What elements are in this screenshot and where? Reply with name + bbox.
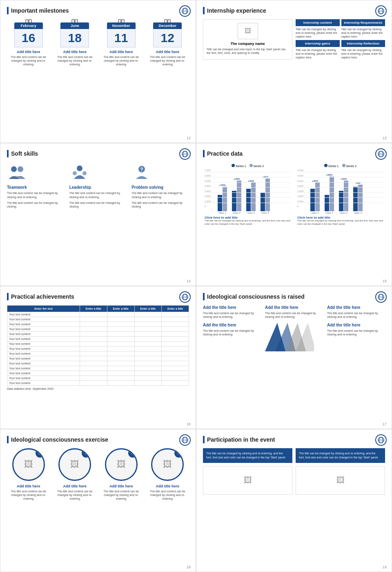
internship-title: Internship experience <box>203 7 385 14</box>
milestone-item-2: November 11 Add title here The title and… <box>100 19 143 66</box>
soft-skills-grid: Teamwork The title and content can be ch… <box>7 162 189 210</box>
chart1-bars: 7,000 6,000 5,000 4,000 3,000 2,000 1,00… <box>205 169 291 214</box>
chart-2: Series 1 Series 2 4,500 4,000 3,500 3,00… <box>296 162 385 228</box>
table-row: Your text content <box>7 351 189 356</box>
table-row: Your text content <box>7 371 189 376</box>
internship-cells: Internship content Title can be changed … <box>296 19 385 60</box>
table-row: Your text content <box>7 346 189 351</box>
page-number-14: 14 <box>187 279 191 283</box>
page-number-15: 15 <box>383 279 387 283</box>
event-header-row: The title can be changed by clicking and… <box>203 448 385 463</box>
image-placeholder-icon: 🖼 <box>24 459 33 470</box>
table-row: Your text content <box>7 366 189 371</box>
event-header-1: The title can be changed by clicking and… <box>296 448 385 463</box>
skill-leadership: Leadership The title and content can be … <box>69 162 127 210</box>
event-images-row: 🖼 🖼 <box>203 466 385 495</box>
exercise-item-a: 🖼 A Add title here The title and content… <box>7 448 50 500</box>
exercise-item-c: 🖼 C Add title here The title and content… <box>100 448 143 500</box>
slide-ideo-raised: Ideological consciousness is raised Add … <box>196 286 392 429</box>
globe-icon-3 <box>179 148 191 160</box>
event-image-0: 🖼 <box>203 466 292 495</box>
participation-title: Participation in the event <box>203 436 385 443</box>
milestone-item-3: December 12 Add title here The title and… <box>146 19 189 66</box>
page-number-18: 18 <box>187 565 191 569</box>
exercise-item-d: 🖼 D Add title here The title and content… <box>146 448 189 500</box>
ideo-top-grid: Add the title here The title and content… <box>203 305 385 319</box>
ideo-item-1: Add the title here The title and content… <box>265 305 323 319</box>
globe-icon-2 <box>375 5 387 17</box>
slide-internship: Internship experience 🖼 The company name… <box>196 0 392 143</box>
skill-problem-solving: ? Problem solving The title and content … <box>131 162 189 210</box>
event-placeholder-icon-0: 🖼 <box>244 476 252 485</box>
practice-data-title: Practice data <box>203 150 385 157</box>
chart1-legend: Series 1 Series 2 <box>205 164 291 168</box>
ideo-item-bottom-2: Add the title here The title and content… <box>327 323 385 353</box>
globe-icon-4 <box>375 148 387 160</box>
exercise-circle-b: 🖼 B <box>58 448 91 481</box>
company-image: 🖼 <box>238 23 258 39</box>
internship-cell-0: Internship content Title can be changed … <box>296 19 340 38</box>
slide-ideo-exercise: Ideological consciousness exercise 🖼 A A… <box>0 429 196 572</box>
page-number-17: 17 <box>383 422 387 426</box>
table-row: Your text content <box>7 317 189 322</box>
ideo-arrow-graphic <box>265 323 323 353</box>
slide-participation: Participation in the event The title can… <box>196 429 392 572</box>
table-row: Your text content <box>7 376 189 381</box>
exercise-circle-a: 🖼 A <box>12 448 45 481</box>
table-row: Your text content <box>7 327 189 332</box>
milestones-title: Important milestones <box>7 7 189 14</box>
svg-text:?: ? <box>140 167 143 172</box>
event-placeholder-icon-1: 🖼 <box>336 476 345 485</box>
svg-point-14 <box>82 171 87 175</box>
page-number-13: 13 <box>383 136 387 140</box>
event-header-0: The title can be changed by clicking and… <box>203 448 292 463</box>
ideo-exercise-title: Ideological consciousness exercise <box>7 436 189 443</box>
slide-milestones: Important milestones February 16 Add tit… <box>0 0 196 143</box>
event-image-1: 🖼 <box>296 466 385 495</box>
image-placeholder-icon: 🖼 <box>70 459 79 470</box>
ideo-raised-title: Ideological consciousness is raised <box>203 293 385 300</box>
skill-teamwork: Teamwork The title and content can be ch… <box>7 162 65 210</box>
ideo-bottom-grid: Add the title here The title and content… <box>203 323 385 353</box>
practical-achievements-title: Practical achievements <box>7 293 189 300</box>
leadership-icon <box>69 162 90 183</box>
table-row: Your text content <box>7 361 189 366</box>
title-bar <box>7 7 9 14</box>
table-row: Your text content <box>7 337 189 342</box>
internship-cell-1: Internship Requirements Title can be cha… <box>341 19 385 38</box>
image-placeholder-icon: 🖼 <box>117 459 126 470</box>
svg-point-10 <box>18 166 23 172</box>
internship-layout: 🖼 The company name Title can be changed … <box>203 19 385 60</box>
page-number-12: 12 <box>187 136 191 140</box>
chart2-legend: Series 1 Series 2 <box>297 164 383 168</box>
milestone-item-1: June 18 Add title here The title and con… <box>53 19 97 66</box>
slide-soft-skills: Soft skills Teamwor <box>0 143 196 286</box>
exercise-circle-d: 🖼 D <box>151 448 184 481</box>
globe-icon-5 <box>179 291 191 303</box>
table-row: Your text content <box>7 322 189 327</box>
table-row: Your text content <box>7 381 189 386</box>
svg-point-12 <box>77 165 82 171</box>
ideo-item-2: Add the title here The title and content… <box>327 305 385 319</box>
soft-skills-title: Soft skills <box>7 150 189 157</box>
page-number-16: 16 <box>187 422 191 426</box>
globe-icon-8 <box>375 434 387 446</box>
milestones-grid: February 16 Add title here The title and… <box>7 19 189 66</box>
table-row: Your text content <box>7 332 189 337</box>
company-box: 🖼 The company name Title can be changed … <box>203 19 292 60</box>
slide-practical-achievements: Practical achievements Enter the text En… <box>0 286 196 429</box>
ideo-item-0: Add the title here The title and content… <box>203 305 261 319</box>
globe-icon <box>179 5 191 17</box>
table-row: Your text content <box>7 342 189 346</box>
table-row: Your text content <box>7 312 189 317</box>
teamwork-icon <box>7 162 27 183</box>
exercise-grid: 🖼 A Add title here The title and content… <box>7 448 189 500</box>
practice-layout: Series 1 Series 2 7,000 6,000 5,000 4,00… <box>203 162 385 228</box>
milestone-item-0: February 16 Add title here The title and… <box>7 19 50 66</box>
slide-practice-data: Practice data Series 1 Series 2 7,000 6,… <box>196 143 392 286</box>
chart2-bars: 4,500 4,000 3,500 3,000 2,500 2,000 1,50… <box>297 169 383 214</box>
globe-icon-7 <box>179 434 191 446</box>
svg-point-13 <box>73 171 77 175</box>
exercise-item-b: 🖼 B Add title here The title and content… <box>53 448 97 500</box>
internship-cell-2: Internship gains Title can be changed by… <box>296 40 340 59</box>
